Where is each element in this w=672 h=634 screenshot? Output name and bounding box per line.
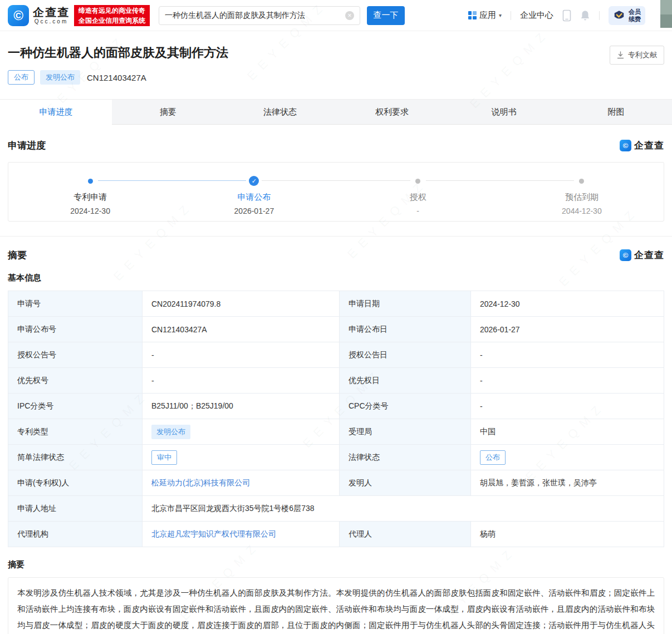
cell-value: 胡晨旭，姜哲源，张世璞，吴沛亭	[471, 470, 664, 496]
nav-enterprise-label: 企业中心	[520, 10, 553, 21]
timeline-step-label: 预估到期	[565, 192, 599, 203]
header-nav: 应用 ▾ 企业中心 会员 续费	[468, 6, 664, 25]
tab-abstract[interactable]: 摘要	[112, 100, 224, 125]
member-badge-icon	[613, 9, 625, 22]
nav-enterprise-center[interactable]: 企业中心	[520, 10, 553, 21]
qcc-watermark-logo: © 企查查	[620, 249, 664, 262]
cell-value: -	[143, 368, 340, 394]
timeline-step-label: 专利申请	[73, 192, 107, 203]
member-renewal-button[interactable]: 会员 续费	[609, 6, 645, 25]
timeline-connector	[262, 180, 410, 181]
timeline-step-grant: 授权 -	[336, 176, 500, 215]
tab-legal-status[interactable]: 法律状态	[224, 100, 336, 125]
qcc-logo[interactable]: © 企查查 Qcc.com	[8, 5, 70, 26]
cell-label: 代理机构	[8, 522, 143, 547]
brand-slogan: 缔造有远见的商业传奇 全国企业信用查询系统	[74, 5, 150, 26]
cell-value: 审中	[143, 445, 340, 470]
check-circle-icon: ✓	[249, 176, 259, 186]
timeline-step-expiry: 预估到期 2044-12-30	[500, 176, 664, 215]
simple-legal-status-badge: 审中	[151, 450, 177, 465]
nav-divider	[511, 11, 511, 20]
cell-label: 申请人地址	[8, 496, 143, 522]
summary-section-title: 摘要	[8, 249, 27, 262]
status-badge: 公布	[8, 70, 35, 85]
table-row: 申请(专利权)人 松延动力(北京)科技有限公司 发明人 胡晨旭，姜哲源，张世璞，…	[8, 470, 664, 496]
phone-icon	[562, 9, 571, 22]
timeline-step-date: 2044-12-30	[562, 207, 602, 215]
timeline-step-filing: 专利申请 2024-12-30	[8, 176, 172, 215]
nav-divider	[599, 11, 600, 20]
cell-value: CN121403427A	[143, 317, 340, 342]
summary-section-header: 摘要 © 企查查	[8, 249, 664, 262]
timeline-step-label: 申请公布	[237, 192, 271, 203]
publication-number: CN121403427A	[87, 73, 146, 82]
qcc-mini-logo-text: 企查查	[634, 139, 664, 152]
patent-badge-row: 公布 发明公布 CN121403427A	[8, 70, 664, 85]
abstract-text: 本发明涉及仿生机器人技术领域，尤其是涉及一种仿生机器人的面部皮肤及其制作方法。本…	[17, 588, 655, 634]
progress-section-header: 申请进度 © 企查查	[8, 139, 664, 152]
legal-status-badge: 公布	[480, 450, 506, 465]
table-row: 申请号 CN202411974079.8 申请日期 2024-12-30	[8, 291, 664, 317]
qcc-logo-icon: ©	[8, 5, 29, 26]
patent-document-label: 专利文献	[628, 50, 657, 60]
brand-name: 企查查	[33, 6, 70, 18]
cell-label: 法律状态	[340, 445, 471, 470]
timeline-dot-future	[415, 179, 420, 184]
slogan-line1: 缔造有远见的商业传奇	[79, 6, 145, 16]
clear-search-icon[interactable]: ×	[345, 11, 354, 20]
cell-label: 代理人	[340, 522, 471, 547]
basic-info-title: 基本信息	[8, 273, 664, 283]
table-row: 代理机构 北京超凡宏宇知识产权代理有限公司 代理人 杨萌	[8, 522, 664, 547]
cell-value: 北京超凡宏宇知识产权代理有限公司	[143, 522, 340, 547]
top-header: © 企查查 Qcc.com 缔造有远见的商业传奇 全国企业信用查询系统 × 查一…	[0, 0, 672, 31]
page-title: 一种仿生机器人的面部皮肤及其制作方法	[8, 45, 664, 61]
search-input[interactable]	[165, 11, 345, 20]
cell-label: 简单法律状态	[8, 445, 143, 470]
cell-value: 公布	[471, 445, 664, 470]
cell-label: 申请(专利权)人	[8, 470, 143, 496]
cell-value: -	[471, 368, 664, 394]
search-button[interactable]: 查一下	[367, 6, 405, 25]
timeline-dot-done	[88, 179, 93, 184]
browser-scrollbar-fragment[interactable]	[660, 0, 672, 28]
cell-value: 中国	[471, 419, 664, 445]
scrollbar-thumb	[660, 14, 672, 28]
application-progress-timeline: 专利申请 2024-12-30 ✓ 申请公布 2026-01-27 授权 - 预…	[8, 162, 664, 222]
cell-label: 申请公布号	[8, 317, 143, 342]
table-row: 简单法律状态 审中 法律状态 公布	[8, 445, 664, 470]
patent-document-button[interactable]: 专利文献	[610, 46, 664, 65]
tab-description[interactable]: 说明书	[448, 100, 560, 125]
timeline-step-date: 2024-12-30	[70, 207, 110, 215]
applicant-link[interactable]: 松延动力(北京)科技有限公司	[151, 478, 250, 487]
nav-apps[interactable]: 应用 ▾	[468, 10, 502, 21]
chevron-down-icon: ▾	[499, 12, 502, 18]
table-row: 专利类型 发明公布 受理局 中国	[8, 419, 664, 445]
tab-figures[interactable]: 附图	[560, 100, 672, 125]
tab-claims[interactable]: 权利要求	[336, 100, 448, 125]
mobile-app-button[interactable]	[562, 9, 571, 22]
agency-link[interactable]: 北京超凡宏宇知识产权代理有限公司	[151, 529, 276, 538]
cell-value: -	[143, 342, 340, 368]
search-box[interactable]: ×	[159, 6, 360, 25]
table-row: 优先权号 - 优先权日 -	[8, 368, 664, 394]
patent-title-section: 一种仿生机器人的面部皮肤及其制作方法 公布 发明公布 CN121403427A …	[0, 31, 672, 99]
qcc-mini-logo-icon: ©	[620, 140, 631, 151]
cell-label: 优先权日	[340, 368, 471, 394]
timeline-step-date: -	[416, 207, 419, 215]
cell-value: 北京市昌平区回龙观西大街35号院1号楼6层738	[143, 496, 664, 522]
cell-label: 优先权号	[8, 368, 143, 394]
cell-value: 松延动力(北京)科技有限公司	[143, 470, 340, 496]
slogan-line2: 全国企业信用查询系统	[79, 16, 145, 26]
cell-label: 授权公告日	[340, 342, 471, 368]
tab-application-progress[interactable]: 申请进度	[0, 100, 112, 125]
cell-label: 专利类型	[8, 419, 143, 445]
patent-type-badge: 发明公布	[151, 425, 190, 439]
qcc-mini-logo-text: 企查查	[634, 249, 664, 262]
cell-value: -	[471, 342, 664, 368]
notifications-button[interactable]	[580, 10, 590, 21]
member-line1: 会员	[629, 8, 641, 16]
bell-icon	[580, 10, 590, 21]
table-row: IPC分类号 B25J11/00；B25J19/00 CPC分类号 -	[8, 394, 664, 419]
scrollbar-track	[660, 0, 672, 14]
cell-label: CPC分类号	[340, 394, 471, 419]
